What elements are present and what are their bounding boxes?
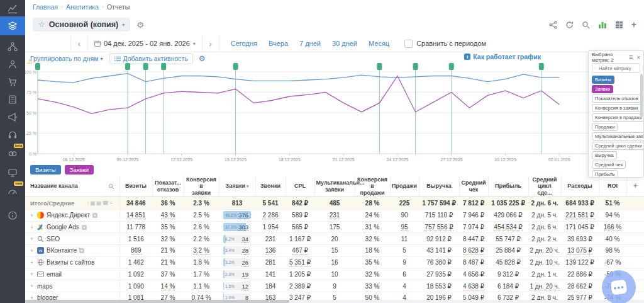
column-header[interactable]: Заявки▾ — [219, 176, 255, 197]
refresh-icon[interactable] — [565, 21, 574, 29]
expand-icon[interactable]: + — [30, 271, 35, 277]
metric-chip[interactable]: Средний цикл сделки — [592, 142, 644, 150]
metric-chip[interactable]: Конверсия в продажи — [592, 113, 644, 122]
legend-chip[interactable]: Визиты — [30, 165, 61, 174]
date-range-picker[interactable]: 04 дек. 2025 - 02 янв. 2026 ▾ — [87, 35, 203, 52]
quick-filter-yesterday[interactable]: Вчера — [269, 40, 288, 47]
channel-name[interactable]: Google Ads — [47, 224, 79, 231]
breadcrumb-analytics[interactable]: Аналитика — [66, 3, 99, 11]
quick-filter-7days[interactable]: 7 дней — [299, 40, 321, 47]
leads-value[interactable]: 26 — [242, 259, 248, 266]
column-header-channel[interactable]: Название канала — [25, 176, 119, 197]
column-header[interactable]: Конверсия в заявки — [184, 176, 219, 197]
line-chart[interactable]: 100 %75 %50 %25 %0 %06.12.202509.12.2025… — [25, 62, 644, 165]
expand-icon[interactable]: + — [30, 212, 35, 219]
leads-value[interactable]: 28 — [242, 247, 248, 254]
scrollbar-thumb[interactable] — [25, 300, 289, 303]
panel-scrollbar[interactable] — [640, 74, 643, 118]
leads-value[interactable]: 12 — [242, 283, 248, 290]
expand-icon[interactable]: + — [30, 236, 35, 242]
share-icon[interactable] — [549, 21, 557, 29]
channel-name[interactable]: email — [47, 271, 62, 278]
compare-period-checkbox[interactable] — [404, 40, 413, 48]
metric-chip[interactable]: Конверсия в заявки — [592, 104, 641, 112]
horizontal-scrollbar — [25, 300, 644, 303]
channel-search-icon[interactable] — [108, 183, 114, 190]
expand-icon[interactable]: + — [30, 283, 35, 289]
expand-icon[interactable]: + — [30, 224, 35, 231]
chat-widget-button[interactable]: ●●● — [602, 270, 636, 303]
sidebar-item-speed[interactable]: new — [0, 184, 25, 199]
sidebar-item-sites[interactable] — [0, 165, 25, 180]
sidebar-item-info[interactable] — [0, 208, 25, 223]
sidebar-item-reports-active[interactable] — [0, 16, 25, 35]
star-icon[interactable]: ☆ — [38, 20, 45, 29]
value-cell: 76 380 ₽ — [419, 256, 459, 268]
metric-search[interactable] — [592, 63, 640, 73]
metric-chip[interactable]: Показатель отказов — [592, 94, 641, 103]
leads-value[interactable]: 376 — [238, 212, 248, 219]
metric-chip[interactable]: Мультиканальные заявки — [592, 132, 644, 140]
metric-chip[interactable]: Прибыль — [592, 170, 618, 178]
column-header[interactable]: Расходы — [561, 176, 599, 197]
prev-period-button[interactable]: ‹ — [71, 39, 87, 49]
totals-tools-icons[interactable]: ↕▦▤☎≡ — [87, 200, 114, 206]
value-cell: 9 312 ₽ — [488, 268, 528, 280]
metric-chip[interactable]: Выручка — [592, 151, 617, 159]
quick-filter-today[interactable]: Сегодня — [231, 40, 257, 47]
add-column-button[interactable]: + — [626, 176, 644, 197]
leads-value[interactable]: 303 — [238, 224, 248, 231]
column-header[interactable]: ROI — [599, 176, 626, 197]
column-header[interactable]: Продажи — [390, 176, 419, 197]
column-header[interactable]: Прибыль — [488, 176, 528, 197]
leads-value[interactable]: 34 — [242, 236, 248, 243]
how-chart-works-link[interactable]: i Как работает график — [464, 53, 541, 60]
expand-icon[interactable]: + — [30, 248, 35, 254]
sidebar-item-integrations[interactable]: beta — [0, 146, 25, 161]
close-icon[interactable]: × — [636, 54, 640, 61]
sidebar-item-funnel[interactable] — [0, 39, 25, 54]
column-header[interactable]: Визиты — [119, 176, 152, 197]
report-selector[interactable]: ☆ Основной (копия) ▾ — [33, 18, 130, 31]
column-header[interactable]: Звонки — [255, 176, 286, 197]
next-period-button[interactable]: › — [203, 39, 219, 49]
column-header[interactable]: Показат... отказов — [152, 176, 184, 197]
quick-filter-month[interactable]: Месяц — [369, 40, 389, 47]
warning-icon[interactable]: ⚠ — [27, 58, 33, 65]
channel-name[interactable]: SEO — [47, 236, 60, 243]
value-cell: 43 141 ₽ — [419, 245, 459, 257]
sidebar-item-support[interactable] — [0, 127, 25, 142]
metrics-list-icon[interactable]: ≣ — [629, 54, 634, 60]
sidebar-item-sales[interactable] — [0, 74, 25, 89]
breadcrumb-home[interactable]: Главная — [33, 3, 58, 11]
chart-view-icon[interactable] — [598, 21, 607, 29]
column-header[interactable]: Средний цикл сде... — [528, 176, 561, 197]
sidebar-item-expenses[interactable] — [0, 92, 25, 107]
channel-name[interactable]: ВКонтакте — [47, 247, 77, 254]
export-table-icon[interactable] — [615, 21, 623, 29]
expand-icon[interactable]: + — [30, 260, 35, 266]
leads-value[interactable]: 19 — [242, 271, 248, 278]
legend-chip[interactable]: Заявки — [65, 165, 94, 174]
metric-chip[interactable]: Продажи — [592, 123, 618, 131]
channel-name[interactable]: Визиты с сайтов — [47, 259, 94, 266]
column-header[interactable]: Мультиканальн... заявки — [314, 176, 355, 197]
metric-chip[interactable]: Визиты — [592, 76, 614, 84]
channel-name[interactable]: Яндекс.Директ — [47, 212, 90, 219]
metric-chip[interactable]: Средний чек — [592, 161, 626, 169]
channel-name[interactable]: maps — [37, 283, 52, 290]
report-settings-gear-icon[interactable]: ⚙ — [136, 20, 144, 30]
search-icon[interactable] — [582, 21, 590, 29]
sidebar-item-analytics[interactable] — [0, 1, 25, 16]
column-header[interactable]: CPL — [286, 176, 314, 197]
sidebar-item-marketing[interactable] — [0, 110, 25, 125]
column-header[interactable]: Средний чек — [459, 176, 488, 197]
metric-search-input[interactable] — [597, 65, 638, 72]
metric-chip[interactable]: Заявки — [592, 85, 613, 93]
monitor-icon — [8, 168, 18, 178]
quick-filter-30days[interactable]: 30 дней — [332, 40, 357, 47]
sidebar-item-audience[interactable] — [0, 57, 25, 72]
column-header[interactable]: Выручка — [419, 176, 459, 197]
column-header[interactable]: Конверсия в продажи — [355, 176, 390, 197]
add-report-button[interactable]: + — [631, 20, 636, 30]
